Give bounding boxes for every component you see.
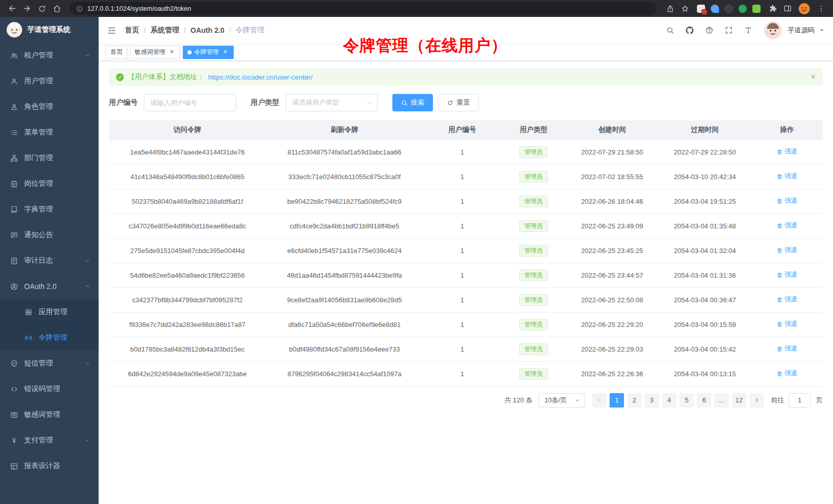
page-button-2[interactable]: 2 [627, 393, 641, 408]
next-page-button[interactable] [749, 393, 764, 408]
browser-panel-icon[interactable] [781, 2, 794, 15]
force-logout-button[interactable]: 强退 [777, 295, 797, 304]
alert-doc-link[interactable]: https://doc.iocoder.cn/user-center/ [209, 73, 313, 81]
page-button-3[interactable]: 3 [645, 393, 659, 408]
site-info-icon[interactable] [76, 5, 83, 12]
force-logout-button[interactable]: 强退 [777, 246, 797, 255]
browser-reload-button[interactable] [35, 2, 49, 15]
help-icon[interactable] [701, 22, 718, 39]
sidebar-item-user[interactable]: 用户管理 [0, 68, 99, 94]
tab-label: 敏感词管理 [135, 48, 165, 56]
sidebar-item-report[interactable]: 报表设计器 [0, 453, 99, 479]
action-cell: 强退 [751, 263, 823, 287]
force-logout-button[interactable]: 强退 [777, 172, 797, 181]
reset-button[interactable]: 重置 [438, 94, 479, 111]
tab-close-icon[interactable]: × [168, 48, 176, 56]
chevron-down-icon [84, 437, 90, 443]
search-button-label: 搜索 [411, 98, 424, 107]
goto-page-input[interactable] [788, 393, 811, 408]
breadcrumb-separator: / [184, 26, 186, 34]
force-logout-button[interactable]: 强退 [777, 320, 797, 328]
header-search-icon[interactable] [661, 22, 679, 39]
sidebar-item-dict[interactable]: 字典管理 [0, 197, 99, 222]
browser-address-bar[interactable]: 127.0.0.1:1024/system/oauth2/token [70, 2, 657, 15]
browser-home-button[interactable] [50, 2, 64, 15]
user-avatar[interactable] [764, 22, 782, 39]
search-button[interactable]: 搜索 [392, 94, 433, 111]
force-logout-button[interactable]: 强退 [777, 369, 797, 378]
sidebar-toggle-icon[interactable] [107, 26, 117, 35]
browser-menu-icon[interactable] [814, 2, 828, 15]
tab-close-icon[interactable]: × [221, 48, 229, 56]
user-type-select[interactable]: 请选择用户类型 [286, 94, 378, 111]
expire-time-cell: 2054-03-04 01:35:48 [658, 214, 751, 238]
extension-icon-4[interactable] [739, 5, 747, 13]
breadcrumb-item[interactable]: 系统管理 [150, 26, 179, 35]
extension-icon-1[interactable] [697, 5, 705, 13]
share-icon[interactable] [663, 2, 677, 15]
breadcrumb-item[interactable]: 首页 [125, 26, 139, 35]
caret-down-icon[interactable] [819, 27, 825, 33]
page-size-select[interactable]: 10条/页 [539, 393, 585, 408]
github-icon[interactable] [681, 22, 698, 39]
bookmark-star-icon[interactable] [678, 2, 692, 15]
force-logout-button[interactable]: 强退 [777, 270, 797, 279]
sidebar-item-sms[interactable]: 短信管理 [0, 351, 99, 376]
sidebar-item-post[interactable]: 岗位管理 [0, 171, 99, 197]
more-pages-button[interactable]: ... [714, 393, 729, 408]
fullscreen-icon[interactable] [720, 22, 737, 39]
user-id-input[interactable] [144, 94, 236, 111]
tab-home[interactable]: 首页 [106, 46, 127, 59]
browser-forward-button[interactable] [20, 2, 34, 15]
force-logout-button[interactable]: 强退 [777, 197, 797, 205]
sidebar-item-dept[interactable]: 部门管理 [0, 145, 99, 171]
access-token-cell: 1ea5e44f8bc1467aaede43144f31de76 [109, 140, 266, 164]
users-icon [10, 52, 18, 60]
extension-icon-2[interactable] [711, 5, 719, 13]
app-logo[interactable]: 芋道管理系统 [0, 17, 99, 43]
font-size-icon[interactable] [740, 22, 757, 39]
logo-image [7, 22, 22, 37]
access-token-cell: c347026e805e4d99b0d116eae66eda8c [109, 214, 266, 238]
page-button-5[interactable]: 5 [679, 393, 694, 408]
action-cell: 强退 [751, 238, 823, 263]
create-time-cell: 2022-06-25 23:44:57 [566, 263, 659, 287]
extension-icon-3[interactable] [725, 5, 733, 13]
browser-profile-avatar[interactable] [799, 3, 810, 14]
force-logout-button[interactable]: 强退 [777, 344, 797, 353]
breadcrumb-item[interactable]: OAuth 2.0 [191, 26, 224, 34]
page-button-4[interactable]: 4 [662, 393, 676, 408]
sidebar-item-pay[interactable]: 支付管理 [0, 428, 99, 453]
create-time-cell: 2022-06-25 22:29:03 [566, 337, 659, 361]
force-logout-button[interactable]: 强退 [777, 221, 797, 230]
page-button-12[interactable]: 12 [732, 393, 746, 408]
browser-back-button[interactable] [5, 2, 19, 15]
page-button-6[interactable]: 6 [697, 393, 711, 408]
sidebar-item-sensitive[interactable]: 敏感词管理 [0, 402, 99, 428]
browser-chrome: 127.0.0.1:1024/system/oauth2/token [0, 0, 833, 17]
user-name[interactable]: 芋道源码 [788, 26, 815, 35]
sidebar-item-errcode[interactable]: 错误码管理 [0, 376, 99, 402]
refresh-token-cell: 811c530487574fa0af1a59d3abc1aa66 [266, 140, 423, 164]
create-time-cell: 2022-06-26 18:04:46 [566, 189, 659, 214]
page-button-1[interactable]: 1 [610, 393, 624, 408]
user-type-label: 用户类型 [251, 98, 279, 107]
user-type-badge: 管理员 [519, 294, 548, 306]
alert-close-icon[interactable]: × [811, 73, 816, 81]
extension-icon-5[interactable] [752, 5, 761, 13]
sidebar-item-role[interactable]: 角色管理 [0, 94, 99, 120]
sidebar-item-menu[interactable]: 菜单管理 [0, 120, 99, 145]
sidebar-item-audit[interactable]: 审计日志 [0, 248, 99, 274]
sidebar-item-oauth2-token[interactable]: 令牌管理 [0, 325, 99, 351]
force-logout-button[interactable]: 强退 [777, 147, 797, 156]
extensions-puzzle-icon[interactable] [766, 2, 780, 15]
prev-page-button[interactable] [592, 393, 607, 408]
sidebar-item-tenant[interactable]: 租户管理 [0, 43, 99, 68]
user-type-badge: 管理员 [519, 245, 548, 257]
tab-token[interactable]: 令牌管理× [183, 46, 234, 59]
tab-sensitive-word[interactable]: 敏感词管理× [130, 46, 180, 59]
sidebar-item-notice[interactable]: 通知公告 [0, 222, 99, 248]
sidebar-item-oauth2[interactable]: OAuth 2.0 [0, 274, 99, 299]
user-id-cell: 1 [423, 312, 502, 337]
sidebar-item-oauth2-app[interactable]: 应用管理 [0, 299, 99, 325]
